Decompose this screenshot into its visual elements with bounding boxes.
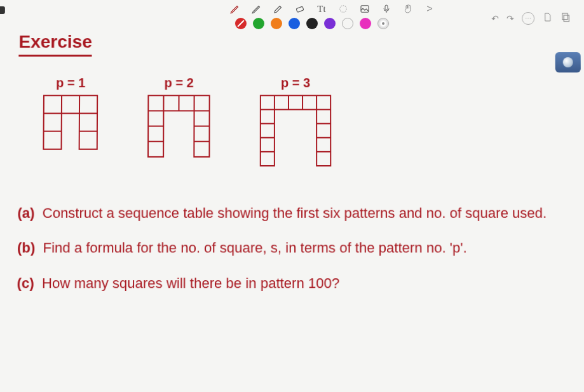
pattern-3-shape [261, 95, 331, 166]
question-b-text: Find a formula for the no. of square, s,… [43, 240, 466, 256]
pattern-2-shape [148, 95, 210, 157]
undo-icon[interactable]: ↶ [491, 13, 499, 23]
copy-icon[interactable] [560, 11, 571, 25]
color-green[interactable] [253, 18, 264, 29]
page-icon[interactable] [542, 11, 552, 25]
tool-icons-row: Tt > [229, 3, 436, 15]
more-icon[interactable]: ⋯ [522, 11, 534, 24]
svg-rect-3 [385, 5, 388, 10]
image-icon[interactable] [358, 3, 371, 15]
text-tool[interactable]: Tt [315, 3, 328, 15]
highlighter-icon[interactable] [272, 3, 285, 15]
color-magenta[interactable] [360, 18, 371, 29]
question-c-text: How many squares will there be in patter… [42, 275, 339, 291]
color-orange[interactable] [271, 18, 282, 29]
color-blue[interactable] [289, 18, 300, 29]
color-empty[interactable] [342, 18, 353, 29]
pen-icon[interactable] [229, 3, 241, 15]
next-icon[interactable]: > [423, 3, 436, 15]
pattern-1-shape [43, 95, 97, 149]
mic-icon[interactable] [380, 3, 393, 15]
pattern-2: p = 2 [148, 76, 210, 157]
question-c: (c) How many squares will there be in pa… [17, 268, 567, 299]
color-picker[interactable] [377, 18, 389, 29]
color-black[interactable] [306, 18, 318, 29]
pattern-2-label: p = 2 [164, 76, 193, 90]
questions: (a) Construct a sequence table showing t… [17, 198, 567, 299]
patterns-row: p = 1 p = 2 p = 3 [43, 76, 566, 166]
svg-rect-0 [296, 6, 304, 12]
hand-icon[interactable] [402, 3, 414, 15]
pencil-icon[interactable] [250, 3, 263, 15]
question-b: (b) Find a formula for the no. of square… [17, 233, 567, 264]
pattern-3-label: p = 3 [281, 76, 310, 90]
exercise-content: Exercise p = 1 p = 2 p = 3 [17, 32, 567, 303]
left-edge-tab [0, 6, 5, 14]
exercise-title: Exercise [18, 32, 92, 57]
svg-rect-5 [562, 13, 567, 20]
redo-icon[interactable]: ↷ [506, 13, 514, 23]
lasso-icon[interactable] [337, 3, 350, 15]
color-palette [235, 18, 389, 29]
question-c-label: (c) [17, 275, 34, 291]
svg-point-1 [340, 6, 347, 12]
svg-rect-4 [564, 15, 569, 22]
eraser-icon[interactable] [294, 3, 306, 15]
pattern-1-label: p = 1 [56, 76, 85, 90]
question-a-label: (a) [17, 205, 34, 221]
question-a-text: Construct a sequence table showing the f… [43, 205, 547, 221]
question-a: (a) Construct a sequence table showing t… [17, 198, 566, 229]
color-red[interactable] [235, 18, 247, 29]
pattern-3: p = 3 [261, 76, 331, 166]
color-purple[interactable] [324, 18, 336, 29]
question-b-label: (b) [17, 240, 35, 256]
right-controls: ↶ ↷ ⋯ [491, 11, 571, 25]
pattern-1: p = 1 [43, 76, 97, 149]
